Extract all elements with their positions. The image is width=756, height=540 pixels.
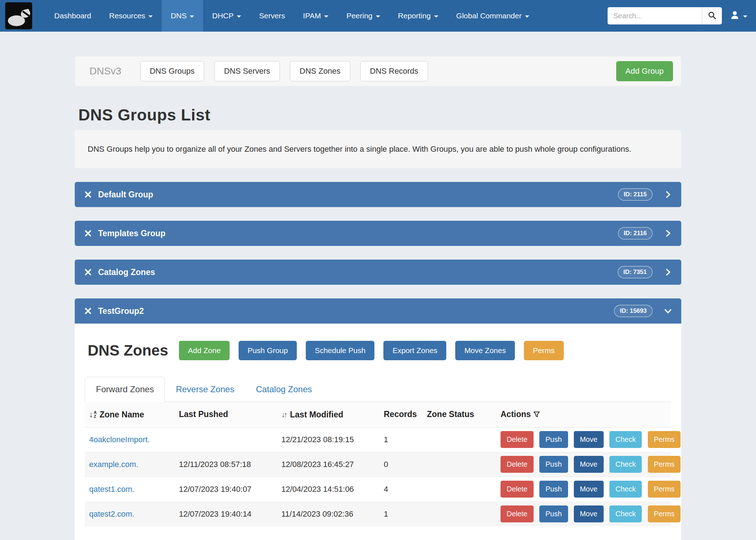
push-button[interactable]: Push xyxy=(539,456,568,473)
last-modified-cell: 12/08/2023 16:45:27 xyxy=(277,452,379,477)
actions-cell: Delete Push Move Check Perms xyxy=(496,477,671,502)
remove-group-icon[interactable] xyxy=(84,191,92,198)
export-zones-button[interactable]: Export Zones xyxy=(383,341,446,360)
perms-button[interactable]: Perms xyxy=(648,456,681,473)
dnsv3-toolbar: DNSv3 DNS GroupsDNS ServersDNS ZonesDNS … xyxy=(75,56,681,86)
nav-item-peering[interactable]: Peering xyxy=(337,0,389,32)
nav-item-dhcp[interactable]: DHCP xyxy=(203,0,250,32)
page-description: DNS Groups help you to organize all of y… xyxy=(75,130,681,168)
check-button[interactable]: Check xyxy=(609,431,642,448)
schedule-push-button[interactable]: Schedule Push xyxy=(306,341,374,360)
table-row: 4oakcloneImport. 12/21/2023 08:19:15 1 D… xyxy=(85,427,671,452)
add-group-button[interactable]: Add Group xyxy=(616,61,673,81)
tab-forward-zones[interactable]: Forward Zones xyxy=(85,377,165,402)
remove-group-icon[interactable] xyxy=(84,229,92,237)
nav-item-resources[interactable]: Resources xyxy=(100,0,162,32)
tab-reverse-zones[interactable]: Reverse Zones xyxy=(165,377,245,402)
col-zone-status[interactable]: Zone Status xyxy=(423,402,496,427)
zone-name-link[interactable]: 4oakcloneImport. xyxy=(89,435,150,444)
caret-down-icon xyxy=(324,15,328,18)
perms-button[interactable]: Perms xyxy=(648,481,681,498)
sort-updown-icon[interactable]: ↓↑ xyxy=(281,411,286,419)
remove-group-icon[interactable] xyxy=(84,268,92,276)
move-button[interactable]: Move xyxy=(574,431,604,448)
search-input[interactable] xyxy=(608,7,702,24)
col-last-modified[interactable]: ↓↑ Last Modified xyxy=(277,402,379,427)
push-button[interactable]: Push xyxy=(539,481,568,498)
nav-item-label: DHCP xyxy=(212,12,234,20)
group-id-badge: ID: 2115 xyxy=(618,188,653,201)
push-button[interactable]: Push xyxy=(539,505,568,522)
search-group xyxy=(608,7,722,24)
group-bar-testgroup2[interactable]: TestGroup2 ID: 15693 xyxy=(75,298,681,324)
move-button[interactable]: Move xyxy=(574,505,604,522)
perms-button[interactable]: Perms xyxy=(648,505,681,522)
caret-down-icon xyxy=(190,15,194,18)
chevron-right-icon[interactable] xyxy=(664,268,672,276)
delete-button[interactable]: Delete xyxy=(501,505,534,522)
sort-alpha-down-icon[interactable]: ↓ AZ xyxy=(89,411,97,418)
caret-down-icon xyxy=(743,15,747,18)
nav-item-global-commander[interactable]: Global Commander xyxy=(447,0,538,32)
records-cell: 0 xyxy=(379,452,423,477)
delete-button[interactable]: Delete xyxy=(501,431,534,448)
chevron-right-icon[interactable] xyxy=(664,191,672,198)
chevron-right-icon[interactable] xyxy=(664,229,672,237)
group-list: Default Group ID: 2115 Templates Group I… xyxy=(75,182,681,285)
last-modified-cell: 12/21/2023 08:19:15 xyxy=(277,427,379,452)
check-button[interactable]: Check xyxy=(609,505,642,522)
dns-servers-button[interactable]: DNS Servers xyxy=(214,61,280,81)
move-button[interactable]: Move xyxy=(574,481,604,498)
filter-icon[interactable] xyxy=(531,409,540,419)
group-name: Default Group xyxy=(98,190,153,200)
records-cell: 4 xyxy=(379,477,423,502)
col-actions[interactable]: Actions xyxy=(496,402,671,427)
add-zone-button[interactable]: Add Zone xyxy=(179,341,230,360)
nav-item-servers[interactable]: Servers xyxy=(250,0,294,32)
zone-name-link[interactable]: qatest1.com. xyxy=(89,485,134,494)
delete-button[interactable]: Delete xyxy=(501,456,534,473)
check-button[interactable]: Check xyxy=(609,481,642,498)
search-button[interactable] xyxy=(702,7,722,24)
actions-cell: Delete Push Move Check Perms xyxy=(496,427,671,452)
perms-button[interactable]: Perms xyxy=(524,341,564,360)
dns-zones-button[interactable]: DNS Zones xyxy=(290,61,350,81)
zone-name-link[interactable]: example.com. xyxy=(89,460,138,469)
last-pushed-cell: 12/11/2023 08:57:18 xyxy=(175,452,277,477)
group-section-testgroup2: TestGroup2 ID: 15693 DNS Zones Add ZoneP… xyxy=(75,298,681,540)
col-zone-name[interactable]: ↓ AZ Zone Name xyxy=(85,402,175,427)
push-group-button[interactable]: Push Group xyxy=(239,341,297,360)
nav-item-label: Reporting xyxy=(398,12,431,20)
user-icon xyxy=(730,10,740,22)
chevron-down-icon[interactable] xyxy=(664,307,672,315)
dnsv3-label: DNSv3 xyxy=(89,65,121,77)
page-title: DNS Groups List xyxy=(78,106,681,124)
move-zones-button[interactable]: Move Zones xyxy=(455,341,515,360)
remove-group-icon[interactable] xyxy=(84,307,92,315)
group-name: TestGroup2 xyxy=(98,306,144,316)
tab-catalog-zones[interactable]: Catalog Zones xyxy=(245,377,323,402)
perms-button[interactable]: Perms xyxy=(648,431,681,448)
nav-item-dns[interactable]: DNS xyxy=(162,0,203,32)
zone-name-link[interactable]: qatest2.com. xyxy=(89,509,134,518)
dns-records-button[interactable]: DNS Records xyxy=(360,61,428,81)
nav-item-label: Dashboard xyxy=(54,12,91,20)
check-button[interactable]: Check xyxy=(609,456,642,473)
group-name: Catalog Zones xyxy=(98,267,155,277)
user-menu[interactable] xyxy=(730,10,747,22)
nav-item-ipam[interactable]: IPAM xyxy=(294,0,337,32)
app-logo-icon[interactable] xyxy=(4,1,33,30)
push-button[interactable]: Push xyxy=(539,431,568,448)
col-records[interactable]: Records xyxy=(379,402,423,427)
caret-down-icon xyxy=(525,15,529,18)
group-bar-catalog-zones[interactable]: Catalog Zones ID: 7351 xyxy=(75,260,681,285)
dns-groups-button[interactable]: DNS Groups xyxy=(140,61,204,81)
nav-item-reporting[interactable]: Reporting xyxy=(389,0,447,32)
group-bar-default-group[interactable]: Default Group ID: 2115 xyxy=(75,182,681,207)
group-bar-templates-group[interactable]: Templates Group ID: 2116 xyxy=(75,221,681,246)
move-button[interactable]: Move xyxy=(574,456,604,473)
delete-button[interactable]: Delete xyxy=(501,481,534,498)
col-last-pushed[interactable]: Last Pushed xyxy=(175,402,277,427)
zone-status-cell xyxy=(423,452,496,477)
nav-item-dashboard[interactable]: Dashboard xyxy=(45,0,100,32)
